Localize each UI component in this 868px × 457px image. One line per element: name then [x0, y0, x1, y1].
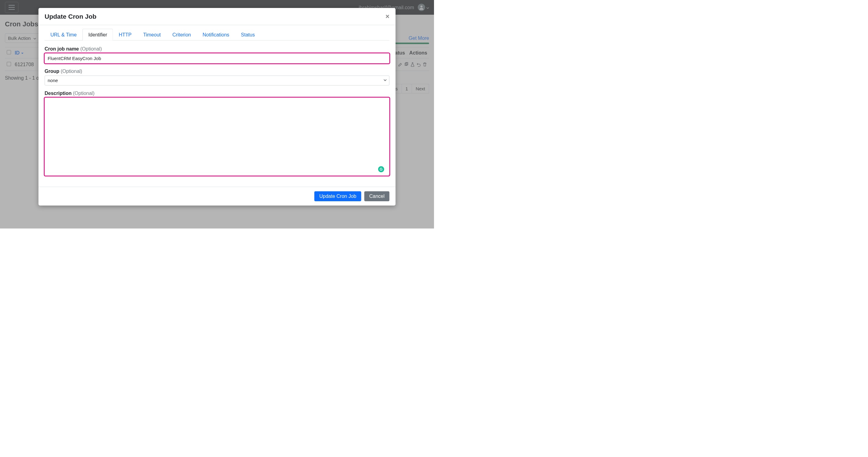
- group-select[interactable]: none: [45, 76, 390, 86]
- modal-close-button[interactable]: ×: [385, 12, 390, 20]
- description-label: Description (Optional): [45, 90, 390, 96]
- close-icon: ×: [385, 12, 390, 20]
- tab-url-time[interactable]: URL & Time: [45, 29, 83, 41]
- tab-timeout[interactable]: Timeout: [137, 29, 166, 41]
- tab-http[interactable]: HTTP: [113, 29, 137, 41]
- cancel-button[interactable]: Cancel: [365, 191, 390, 201]
- tab-notifications[interactable]: Notifications: [197, 29, 235, 41]
- modal-title: Update Cron Job: [45, 13, 97, 20]
- modal-body: URL & Time Identifier HTTP Timeout Crite…: [39, 25, 396, 187]
- description-textarea[interactable]: [45, 98, 390, 176]
- submit-button[interactable]: Update Cron Job: [314, 191, 361, 201]
- modal-footer: Update Cron Job Cancel: [39, 187, 396, 206]
- field-group: Group (Optional) none: [45, 68, 390, 86]
- field-cron-name: Cron job name (Optional): [45, 46, 390, 64]
- tab-identifier[interactable]: Identifier: [83, 29, 113, 41]
- cron-name-input[interactable]: [45, 53, 390, 63]
- tab-criterion[interactable]: Criterion: [166, 29, 196, 41]
- tab-status[interactable]: Status: [235, 29, 260, 41]
- update-cron-modal: Update Cron Job × URL & Time Identifier …: [39, 8, 396, 205]
- cron-name-label: Cron job name (Optional): [45, 46, 390, 52]
- group-label: Group (Optional): [45, 68, 390, 74]
- grammarly-icon[interactable]: G: [378, 166, 384, 172]
- modal-header: Update Cron Job ×: [39, 8, 396, 25]
- modal-tabs: URL & Time Identifier HTTP Timeout Crite…: [45, 25, 390, 41]
- field-description: Description (Optional) G: [45, 90, 390, 176]
